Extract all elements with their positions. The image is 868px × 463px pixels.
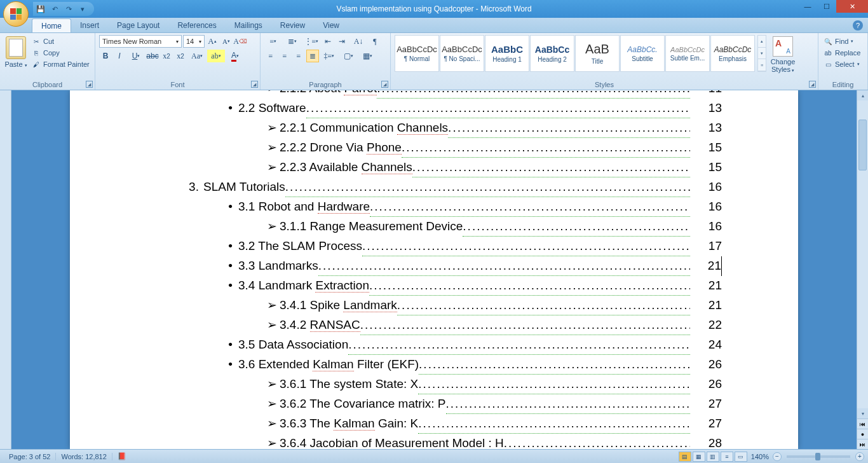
multilevel-button[interactable]: ⋮≡▾ (302, 35, 320, 48)
styles-dialog-launcher[interactable]: ◢ (809, 81, 816, 88)
vertical-ruler[interactable] (0, 90, 11, 449)
format-painter-button[interactable]: 🖌Format Painter (31, 59, 91, 69)
toc-line[interactable]: •3.1 Robot and Hardware ................… (146, 197, 722, 217)
zoom-out-button[interactable]: − (773, 452, 782, 461)
tab-insert[interactable]: Insert (71, 18, 108, 32)
toc-line[interactable]: ➢3.6.4 Jacobian of Measurement Model : H… (146, 434, 722, 449)
decrease-indent-button[interactable]: ⇤ (322, 35, 334, 48)
zoom-slider[interactable] (787, 455, 850, 458)
toc-line[interactable]: ➢3.4.1 Spike Landmark ..................… (146, 296, 722, 315)
borders-button[interactable]: ▦▾ (358, 50, 376, 62)
font-color-button[interactable]: A▾ (226, 50, 244, 62)
next-page-icon[interactable]: ⏭ (857, 439, 868, 449)
shrink-font-button[interactable]: A▾ (220, 35, 233, 48)
toc-line[interactable]: ➢3.4.2 RANSAC ..........................… (146, 315, 722, 335)
toc-line[interactable]: •3.4 Landmark Extraction ...............… (146, 276, 722, 296)
font-name-combo[interactable]: Times New Roman▾ (99, 35, 182, 48)
align-left-button[interactable]: ≡ (264, 50, 277, 62)
align-center-button[interactable]: ≡ (278, 50, 291, 62)
draft-view-button[interactable]: ▭ (735, 452, 747, 462)
zoom-level[interactable]: 140% (751, 453, 769, 460)
show-marks-button[interactable]: ¶ (369, 35, 381, 48)
style--no-spaci-[interactable]: AaBbCcDc¶ No Spaci... (440, 35, 484, 72)
shading-button[interactable]: ▢▾ (339, 50, 357, 62)
web-layout-view-button[interactable]: ▥ (707, 452, 719, 462)
zoom-in-button[interactable]: + (855, 452, 864, 461)
tab-review[interactable]: Review (271, 18, 314, 32)
close-button[interactable]: ✕ (836, 0, 868, 13)
style-heading-2[interactable]: AaBbCcHeading 2 (530, 35, 574, 72)
sort-button[interactable]: A↓ (349, 35, 367, 48)
style--normal[interactable]: AaBbCcDc¶ Normal (395, 35, 439, 72)
tab-mailings[interactable]: Mailings (226, 18, 271, 32)
undo-icon[interactable]: ↶ (50, 4, 60, 14)
save-icon[interactable]: 💾 (36, 4, 46, 14)
strikethrough-button[interactable]: abc (146, 50, 159, 62)
align-right-button[interactable]: ≡ (292, 50, 305, 62)
qat-customize-icon[interactable]: ▾ (78, 4, 88, 14)
line-spacing-button[interactable]: ‡≡▾ (320, 50, 338, 62)
change-case-button[interactable]: Aa▾ (188, 50, 206, 62)
vertical-scrollbar[interactable]: ▴ ▾ ⏮ ● ⏭ (857, 90, 868, 449)
toc-line[interactable]: •2.2 Software ..........................… (146, 99, 722, 118)
tab-home[interactable]: Home (32, 18, 71, 32)
style-title[interactable]: AaBTitle (575, 35, 620, 72)
proofing-icon[interactable]: 📕 (112, 452, 132, 460)
redo-icon[interactable]: ↷ (64, 4, 74, 14)
toc-line[interactable]: ➢3.6.2 The Covariance matrix: P ........… (146, 394, 722, 414)
help-icon[interactable]: ? (853, 20, 863, 31)
increase-indent-button[interactable]: ⇥ (336, 35, 348, 48)
copy-button[interactable]: ⎘Copy (31, 48, 91, 58)
minimize-button[interactable]: — (798, 0, 817, 13)
font-dialog-launcher[interactable]: ◢ (251, 81, 258, 88)
word-count[interactable]: Words: 12,812 (56, 453, 112, 460)
maximize-button[interactable]: ☐ (817, 0, 836, 13)
prev-page-icon[interactable]: ⏮ (857, 418, 868, 429)
clear-formatting-button[interactable]: A⌫ (234, 35, 247, 48)
select-button[interactable]: ▭Select ▾ (822, 59, 864, 69)
justify-button[interactable]: ≣ (306, 50, 319, 62)
style-heading-1[interactable]: AaBbCHeading 1 (485, 35, 529, 72)
page[interactable]: ➢2.1.2 About Parrot ....................… (70, 90, 798, 449)
style-emphasis[interactable]: AaBbCcDcEmphasis (710, 35, 755, 72)
outline-view-button[interactable]: ≡ (721, 452, 733, 462)
page-indicator[interactable]: Page: 3 of 52 (4, 453, 56, 460)
italic-button[interactable]: I (113, 50, 126, 62)
bullets-button[interactable]: ≡▾ (264, 35, 282, 48)
numbering-button[interactable]: ≣▾ (283, 35, 301, 48)
clipboard-dialog-launcher[interactable]: ◢ (86, 81, 93, 88)
font-size-combo[interactable]: 14▾ (183, 35, 205, 48)
bold-button[interactable]: B (99, 50, 112, 62)
print-layout-view-button[interactable]: ▤ (679, 452, 691, 462)
toc-line[interactable]: ➢2.2.1 Communication Channels ..........… (146, 118, 722, 138)
paste-button[interactable]: Paste ▾ (4, 35, 28, 68)
scroll-down-icon[interactable]: ▾ (857, 408, 868, 418)
toc-line[interactable]: •3.5 Data Association ..................… (146, 335, 722, 355)
cut-button[interactable]: ✂Cut (31, 36, 91, 46)
office-button[interactable] (3, 1, 29, 27)
full-screen-view-button[interactable]: ▦ (693, 452, 705, 462)
toc-line[interactable]: ➢2.1.2 About Parrot ....................… (146, 90, 722, 99)
gallery-scroll[interactable]: ▴▾≡ (757, 35, 766, 72)
highlight-button[interactable]: ab▾ (207, 50, 225, 62)
toc-line[interactable]: ➢3.6.1 The system State: X .............… (146, 375, 722, 394)
style-subtle-em-[interactable]: AaBbCcDcSubtle Em... (665, 35, 710, 72)
tab-view[interactable]: View (314, 18, 348, 32)
superscript-button[interactable]: x2 (174, 50, 187, 62)
grow-font-button[interactable]: A▴ (206, 35, 219, 48)
scroll-up-icon[interactable]: ▴ (857, 90, 868, 100)
change-styles-button[interactable]: Change Styles ▾ (769, 35, 797, 73)
toc-line[interactable]: ➢3.6.3 The Kalman Gain: K ..............… (146, 414, 722, 434)
browse-object-icon[interactable]: ● (857, 429, 868, 439)
replace-button[interactable]: abReplace (822, 48, 864, 58)
toc-line[interactable]: ➢2.2.3 Available Channels ..............… (146, 158, 722, 177)
style-subtitle[interactable]: AaBbCc.Subtitle (620, 35, 665, 72)
toc-line[interactable]: •3.2 The SLAM Process ..................… (146, 237, 722, 256)
subscript-button[interactable]: x2 (160, 50, 173, 62)
scroll-thumb[interactable] (858, 120, 867, 170)
toc-line[interactable]: •3.3 Landmarks .........................… (146, 256, 722, 276)
toc-line[interactable]: 3.SLAM Tutorials .......................… (146, 177, 722, 197)
find-button[interactable]: 🔍Find ▾ (822, 36, 864, 46)
document-scroll[interactable]: ➢2.1.2 About Parrot ....................… (11, 90, 857, 449)
paragraph-dialog-launcher[interactable]: ◢ (381, 81, 388, 88)
